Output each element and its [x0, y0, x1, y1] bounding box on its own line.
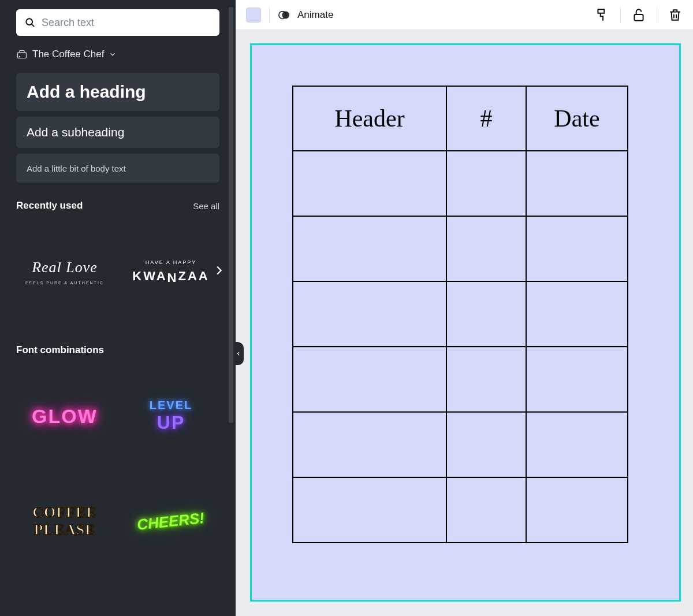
table-cell[interactable] — [293, 347, 446, 412]
table-cell[interactable] — [446, 281, 526, 347]
add-heading-label: Add a heading — [27, 82, 146, 102]
chevron-left-icon — [236, 351, 241, 357]
separator — [620, 7, 621, 23]
font-combo-glow[interactable]: GLOW — [16, 368, 113, 465]
table-row[interactable]: Header # Date — [293, 86, 628, 151]
sidebar-panel: The Coffee Chef Add a heading Add a subh… — [0, 0, 236, 616]
copy-style-icon[interactable] — [595, 8, 610, 23]
table-cell[interactable] — [526, 281, 628, 347]
table-row[interactable] — [293, 347, 628, 412]
text-template-real-love[interactable]: Real Love FEELS PURE & AUTHENTIC — [16, 223, 113, 320]
font-combos-row-2: COFFEE PLEASE CHEERS! — [16, 473, 219, 570]
table-header-cell[interactable]: Header — [293, 86, 446, 151]
table-cell[interactable] — [446, 151, 526, 216]
lock-icon[interactable] — [631, 8, 646, 23]
table-row[interactable] — [293, 477, 628, 543]
search-field[interactable] — [16, 9, 219, 36]
add-body-text-button[interactable]: Add a little bit of body text — [16, 154, 219, 183]
table-cell[interactable] — [293, 216, 446, 281]
svg-point-3 — [19, 57, 20, 57]
font-combo-cheers[interactable]: CHEERS! — [122, 473, 219, 570]
template-text: Real Love — [32, 259, 98, 276]
carousel-next-button[interactable] — [213, 264, 225, 279]
trash-icon[interactable] — [668, 8, 683, 23]
fill-color-swatch[interactable] — [246, 8, 261, 23]
font-combos-title: Font combinations — [16, 344, 104, 356]
table-row[interactable] — [293, 412, 628, 477]
template-subtext: PLEASE — [33, 521, 95, 539]
table-cell[interactable] — [526, 151, 628, 216]
template-text: COFFEE — [32, 504, 96, 521]
template-text: CHEERS! — [136, 509, 206, 533]
table-element[interactable]: Header # Date — [292, 86, 628, 543]
separator — [657, 7, 657, 23]
template-text: HAVE A HAPPY — [146, 259, 196, 265]
template-subtext: FEELS PURE & AUTHENTIC — [25, 281, 104, 285]
template-subtext: UP — [157, 412, 185, 433]
table-row[interactable] — [293, 216, 628, 281]
animate-button[interactable]: Animate — [297, 9, 333, 21]
transparency-icon[interactable] — [278, 9, 290, 21]
table-cell[interactable] — [526, 347, 628, 412]
template-subtext: KWANZAA — [132, 269, 209, 284]
brand-kit-selector[interactable]: The Coffee Chef — [16, 49, 219, 60]
table-cell[interactable] — [446, 477, 526, 543]
add-heading-button[interactable]: Add a heading — [16, 73, 219, 111]
template-text: LEVEL — [150, 399, 192, 412]
brand-kit-icon — [16, 49, 28, 60]
font-combos-row-1: GLOW LEVEL UP — [16, 368, 219, 465]
font-combo-coffee-please[interactable]: COFFEE PLEASE — [16, 473, 113, 570]
table-cell[interactable] — [526, 216, 628, 281]
font-combo-level-up[interactable]: LEVEL UP — [122, 368, 219, 465]
table-cell[interactable] — [526, 412, 628, 477]
search-input[interactable] — [42, 17, 211, 29]
add-subheading-button[interactable]: Add a subheading — [16, 117, 219, 148]
table-cell[interactable] — [293, 412, 446, 477]
svg-rect-6 — [634, 14, 643, 20]
chevron-right-icon — [213, 264, 225, 277]
recently-used-header: Recently used See all — [16, 200, 219, 211]
svg-rect-2 — [18, 53, 27, 58]
template-text: GLOW — [32, 405, 98, 428]
page-element[interactable]: Header # Date — [252, 45, 679, 600]
table-cell[interactable] — [446, 412, 526, 477]
context-toolbar: Animate — [236, 0, 693, 30]
svg-line-1 — [32, 24, 34, 27]
recently-used-row: Real Love FEELS PURE & AUTHENTIC HAVE A … — [16, 223, 219, 320]
sidebar-scrollbar[interactable] — [229, 7, 233, 423]
table-header-cell[interactable]: Date — [526, 86, 628, 151]
table-cell[interactable] — [293, 477, 446, 543]
editor-main: Animate Header # Date — [236, 0, 693, 616]
table-cell[interactable] — [446, 216, 526, 281]
table-cell[interactable] — [293, 281, 446, 347]
search-icon — [24, 16, 36, 29]
svg-point-5 — [282, 11, 289, 18]
table-cell[interactable] — [446, 347, 526, 412]
font-combos-header: Font combinations — [16, 344, 219, 356]
table-row[interactable] — [293, 151, 628, 216]
table-cell[interactable] — [526, 477, 628, 543]
brand-kit-name: The Coffee Chef — [32, 49, 104, 60]
table-cell[interactable] — [293, 151, 446, 216]
table-header-cell[interactable]: # — [446, 86, 526, 151]
chevron-down-icon — [109, 50, 117, 58]
canvas-area[interactable]: Header # Date — [236, 30, 693, 616]
table-row[interactable] — [293, 281, 628, 347]
recently-used-see-all[interactable]: See all — [193, 201, 219, 211]
add-subheading-label: Add a subheading — [27, 125, 124, 139]
add-body-label: Add a little bit of body text — [27, 164, 126, 173]
separator — [269, 7, 270, 23]
collapse-sidebar-button[interactable] — [233, 342, 244, 365]
recently-used-title: Recently used — [16, 200, 83, 211]
text-template-kwanzaa[interactable]: HAVE A HAPPY KWANZAA — [122, 223, 219, 320]
